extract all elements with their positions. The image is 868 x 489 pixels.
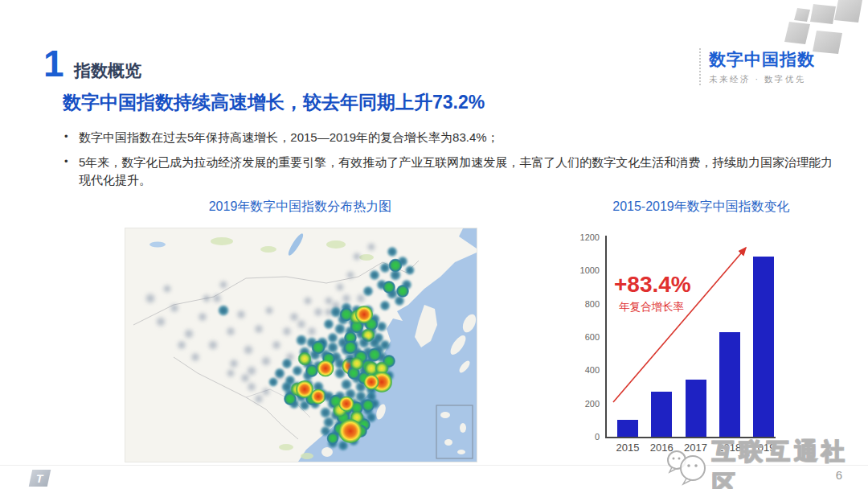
brand-name: 数字中国指数 [709,48,847,71]
y-tick-label: 800 [563,299,600,309]
heat-dot [281,326,293,337]
heat-dot [225,326,236,337]
map-inset [436,405,473,458]
y-tick-label: 0 [563,432,600,442]
heat-dot [297,352,311,366]
bullet-marker-icon: • [64,154,79,189]
trend-line [605,236,782,438]
bullet-item: • 数字中国指数在过去5年保持高速增长，2015—2019年的复合增长率为83.… [64,129,836,146]
heat-dot [260,355,272,368]
cagr-annotation: +83.4% [614,272,691,298]
heat-dot [312,340,326,354]
heat-dot [389,259,403,273]
heat-dot [313,306,324,318]
heat-dot [339,396,354,411]
heat-dot [404,265,415,276]
heatmap-title: 2019年数字中国指数分布热力图 [125,199,476,216]
y-tick-label: 200 [563,399,600,409]
watermark-text: 互联互通社区 [712,436,868,489]
y-tick-label: 600 [563,332,600,342]
heat-dot [326,433,338,445]
heat-dot [271,339,282,351]
section-label: 指数概览 [74,60,141,82]
heat-dot [242,343,254,355]
bar-chart: 020040060080010001200 201520162017201820… [563,228,840,465]
heat-dot [219,279,229,290]
barchart-title: 2015-2019年数字中国指数变化 [563,199,840,216]
heat-dot [306,326,317,337]
heat-dot [235,309,247,320]
brand-logo: 数字中国指数 未来经济 · 数字优先 [699,48,847,85]
heat-dot [201,294,211,304]
heat-dot [369,269,380,281]
bullet-text: 5年来，数字化已成为拉动经济发展的重要引擎，有效推动了产业互联网加速发展，丰富了… [79,154,836,189]
heat-dot [264,305,275,315]
y-tick-label: 1000 [563,265,600,275]
heat-dot [154,316,166,328]
heat-dot [350,357,364,371]
heat-dot [246,381,257,392]
heat-dot [323,318,334,330]
heat-dot [218,304,230,316]
heat-dot [144,292,157,305]
y-tick-label: 400 [563,365,600,375]
heat-dot [162,284,173,294]
heat-dot [296,318,307,330]
heat-dot [334,281,345,292]
heat-dot [274,368,285,379]
heat-dot [396,285,409,298]
heat-dot [253,323,264,335]
x-tick-label: 2015 [610,442,645,454]
section-number: 1 [43,45,64,82]
watermark: 互联互通社区 [664,436,868,489]
heat-dot [190,351,201,363]
bullet-list: • 数字中国指数在过去5年保持高速增长，2015—2019年的复合增长率为83.… [64,129,836,195]
bullet-item: • 5年来，数字化已成为拉动经济发展的重要引擎，有效推动了产业互联网加速发展，丰… [64,154,836,189]
heat-dot [207,339,219,351]
heat-dot [362,399,375,412]
heat-dot [268,377,278,388]
heat-dot [169,302,180,314]
heat-dot [338,419,362,443]
heat-dot [240,372,251,384]
cagr-annotation-label: 年复合增长率 [619,300,684,314]
bullet-marker-icon: • [64,129,79,146]
heat-dot [211,293,223,304]
heat-dot [345,270,355,281]
heat-dot [352,251,362,261]
heat-dot [383,281,395,294]
heat-dot [363,375,379,390]
bullet-text: 数字中国指数在过去5年保持高速增长，2015—2019年的复合增长率为83.4%… [79,129,499,146]
heat-dot [355,306,373,323]
heat-dot [387,246,398,257]
page-title: 数字中国指数持续高速增长，较去年同期上升73.2% [63,90,485,115]
heat-dot [182,327,194,339]
heat-dot [226,368,236,378]
heat-dot [362,286,374,297]
heat-dot [379,300,391,311]
heat-dot [317,360,334,377]
heat-dot [303,295,313,306]
y-tick-label: 1200 [563,232,600,242]
heat-dot [366,242,376,253]
china-heatmap [125,228,477,462]
heat-dot [260,387,271,397]
brand-tagline: 未来经济 · 数字优先 [709,74,847,85]
tencent-logo: T [29,470,51,487]
heat-dot [197,311,208,323]
heat-dot [176,339,187,351]
chat-bubbles-icon [664,447,712,489]
heat-dot [305,364,318,377]
